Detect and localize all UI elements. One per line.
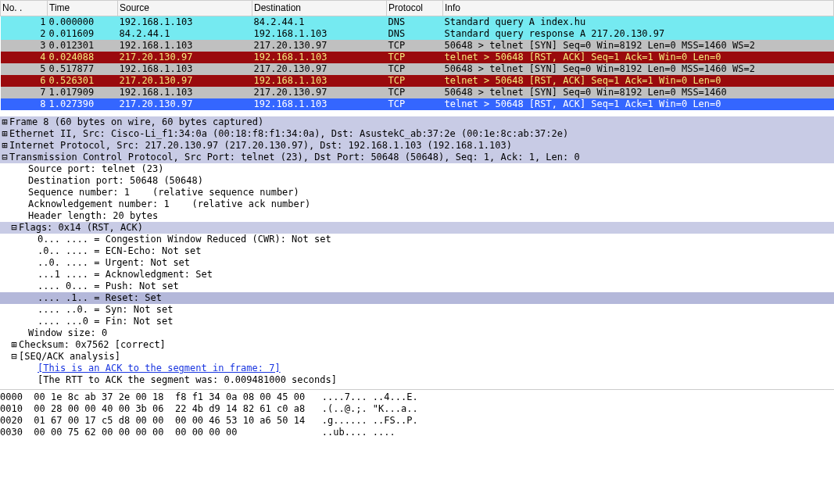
cell-no: 1 xyxy=(1,16,48,29)
cell-dst: 192.168.1.103 xyxy=(252,52,387,63)
packet-row[interactable]: 81.027390217.20.130.97192.168.1.103TCPte… xyxy=(1,98,834,110)
detail-text: [SEQ/ACK analysis] xyxy=(19,351,834,363)
detail-line[interactable]: ⊞Frame 8 (60 bytes on wire, 60 bytes cap… xyxy=(0,116,834,128)
detail-text: .... ..0. = Syn: Not set xyxy=(38,304,834,316)
detail-line[interactable]: Source port: telnet (23) xyxy=(0,163,834,175)
detail-text: Checksum: 0x7562 [correct] xyxy=(19,339,834,351)
detail-line[interactable]: .0.. .... = ECN-Echo: Not set xyxy=(0,245,834,257)
expand-icon[interactable]: ⊞ xyxy=(9,339,19,351)
cell-info: telnet > 50648 [RST, ACK] Seq=1 Ack=1 Wi… xyxy=(443,75,834,87)
detail-line[interactable]: ⊞Checksum: 0x7562 [correct] xyxy=(0,339,834,351)
cell-info: Standard query response A 217.20.130.97 xyxy=(443,28,834,40)
cell-dst: 217.20.130.97 xyxy=(252,40,387,52)
packet-row[interactable]: 60.526301217.20.130.97192.168.1.103TCPte… xyxy=(1,75,834,87)
detail-line[interactable]: ⊟[SEQ/ACK analysis] xyxy=(0,351,834,363)
hex-line[interactable]: 0010 00 28 00 00 40 00 3b 06 22 4b d9 14… xyxy=(0,403,834,415)
detail-text: [The RTT to ACK the segment was: 0.00948… xyxy=(38,374,834,386)
cell-time: 0.000000 xyxy=(48,16,118,29)
collapse-icon[interactable]: ⊟ xyxy=(9,222,19,234)
cell-src: 192.168.1.103 xyxy=(118,16,252,29)
cell-src: 192.168.1.103 xyxy=(118,40,252,52)
detail-line[interactable]: Destination port: 50648 (50648) xyxy=(0,175,834,187)
cell-time: 1.027390 xyxy=(48,98,118,110)
detail-text: 0... .... = Congestion Window Reduced (C… xyxy=(38,234,834,245)
packet-list-header[interactable]: No. . Time Source Destination Protocol I… xyxy=(1,1,834,16)
detail-line[interactable]: Header length: 20 bytes xyxy=(0,210,834,222)
col-src[interactable]: Source xyxy=(118,1,252,16)
detail-line[interactable]: Window size: 0 xyxy=(0,327,834,339)
detail-text: .... .1.. = Reset: Set xyxy=(38,292,834,304)
detail-line[interactable]: ⊞Ethernet II, Src: Cisco-Li_f1:34:0a (00… xyxy=(0,128,834,140)
cell-info: 50648 > telnet [SYN] Seq=0 Win=8192 Len=… xyxy=(443,40,834,52)
detail-line[interactable]: .... .1.. = Reset: Set xyxy=(0,292,834,304)
cell-proto: TCP xyxy=(387,63,443,75)
col-proto[interactable]: Protocol xyxy=(387,1,443,16)
cell-src: 217.20.130.97 xyxy=(118,52,252,63)
packet-list[interactable]: No. . Time Source Destination Protocol I… xyxy=(0,0,834,110)
expand-icon[interactable]: ⊞ xyxy=(0,128,9,140)
cell-dst: 217.20.130.97 xyxy=(252,87,387,98)
expand-icon[interactable]: ⊞ xyxy=(0,140,9,152)
detail-line[interactable]: ...1 .... = Acknowledgment: Set xyxy=(0,269,834,281)
cell-no: 8 xyxy=(1,98,48,110)
detail-line[interactable]: [The RTT to ACK the segment was: 0.00948… xyxy=(0,374,834,386)
packet-row[interactable]: 40.024088217.20.130.97192.168.1.103TCPte… xyxy=(1,52,834,63)
packet-row[interactable]: 20.01160984.2.44.1192.168.1.103DNSStanda… xyxy=(1,28,834,40)
cell-no: 6 xyxy=(1,75,48,87)
detail-line[interactable]: ..0. .... = Urgent: Not set xyxy=(0,257,834,269)
detail-text: ...1 .... = Acknowledgment: Set xyxy=(38,269,834,281)
detail-line[interactable]: ⊞Internet Protocol, Src: 217.20.130.97 (… xyxy=(0,140,834,152)
detail-text: Ethernet II, Src: Cisco-Li_f1:34:0a (00:… xyxy=(9,128,834,140)
cell-time: 1.017909 xyxy=(48,87,118,98)
detail-line[interactable]: .... ...0 = Fin: Not set xyxy=(0,316,834,327)
cell-proto: TCP xyxy=(387,52,443,63)
detail-text: Acknowledgement number: 1 (relative ack … xyxy=(28,198,834,210)
detail-line[interactable]: .... ..0. = Syn: Not set xyxy=(0,304,834,316)
detail-text: Sequence number: 1 (relative sequence nu… xyxy=(28,187,834,198)
cell-info: Standard query A index.hu xyxy=(443,16,834,29)
detail-text: Internet Protocol, Src: 217.20.130.97 (2… xyxy=(9,140,834,152)
packet-row[interactable]: 71.017909192.168.1.103217.20.130.97TCP50… xyxy=(1,87,834,98)
collapse-icon[interactable]: ⊟ xyxy=(0,152,9,163)
packet-bytes[interactable]: 0000 00 1e 8c ab 37 2e 00 18 f8 f1 34 0a… xyxy=(0,389,834,438)
cell-info: telnet > 50648 [RST, ACK] Seq=1 Ack=1 Wi… xyxy=(443,52,834,63)
col-info[interactable]: Info xyxy=(443,1,834,16)
hex-line[interactable]: 0020 01 67 00 17 c5 d8 00 00 00 00 46 53… xyxy=(0,415,834,427)
detail-line[interactable]: ⊟Flags: 0x14 (RST, ACK) xyxy=(0,222,834,234)
detail-text: .... ...0 = Fin: Not set xyxy=(38,316,834,327)
packet-details[interactable]: ⊞Frame 8 (60 bytes on wire, 60 bytes cap… xyxy=(0,116,834,386)
expand-icon[interactable]: ⊞ xyxy=(0,116,9,128)
detail-line[interactable]: Sequence number: 1 (relative sequence nu… xyxy=(0,187,834,198)
collapse-icon[interactable]: ⊟ xyxy=(9,351,19,363)
detail-line[interactable]: .... 0... = Push: Not set xyxy=(0,281,834,292)
detail-text: ..0. .... = Urgent: Not set xyxy=(38,257,834,269)
detail-text: Window size: 0 xyxy=(28,327,834,339)
cell-no: 2 xyxy=(1,28,48,40)
detail-text: .... 0... = Push: Not set xyxy=(38,281,834,292)
cell-no: 7 xyxy=(1,87,48,98)
cell-proto: DNS xyxy=(387,28,443,40)
detail-line[interactable]: [This is an ACK to the segment in frame:… xyxy=(0,363,834,374)
packet-row[interactable]: 50.517877192.168.1.103217.20.130.97TCP50… xyxy=(1,63,834,75)
cell-proto: TCP xyxy=(387,98,443,110)
detail-line[interactable]: Acknowledgement number: 1 (relative ack … xyxy=(0,198,834,210)
detail-line[interactable]: ⊟Transmission Control Protocol, Src Port… xyxy=(0,152,834,163)
col-no[interactable]: No. . xyxy=(1,1,48,16)
col-dst[interactable]: Destination xyxy=(252,1,387,16)
cell-proto: TCP xyxy=(387,87,443,98)
hex-line[interactable]: 0030 00 00 75 62 00 00 00 00 00 00 00 00… xyxy=(0,427,834,438)
cell-dst: 217.20.130.97 xyxy=(252,63,387,75)
detail-line[interactable]: 0... .... = Congestion Window Reduced (C… xyxy=(0,234,834,245)
packet-row[interactable]: 10.000000192.168.1.10384.2.44.1DNSStanda… xyxy=(1,16,834,29)
detail-text: Source port: telnet (23) xyxy=(28,163,834,175)
cell-time: 0.011609 xyxy=(48,28,118,40)
cell-src: 84.2.44.1 xyxy=(118,28,252,40)
hex-line[interactable]: 0000 00 1e 8c ab 37 2e 00 18 f8 f1 34 0a… xyxy=(0,391,834,403)
cell-dst: 192.168.1.103 xyxy=(252,75,387,87)
cell-info: 50648 > telnet [SYN] Seq=0 Win=8192 Len=… xyxy=(443,63,834,75)
detail-text[interactable]: [This is an ACK to the segment in frame:… xyxy=(38,363,834,374)
col-time[interactable]: Time xyxy=(48,1,118,16)
packet-row[interactable]: 30.012301192.168.1.103217.20.130.97TCP50… xyxy=(1,40,834,52)
cell-src: 217.20.130.97 xyxy=(118,75,252,87)
cell-proto: DNS xyxy=(387,16,443,29)
